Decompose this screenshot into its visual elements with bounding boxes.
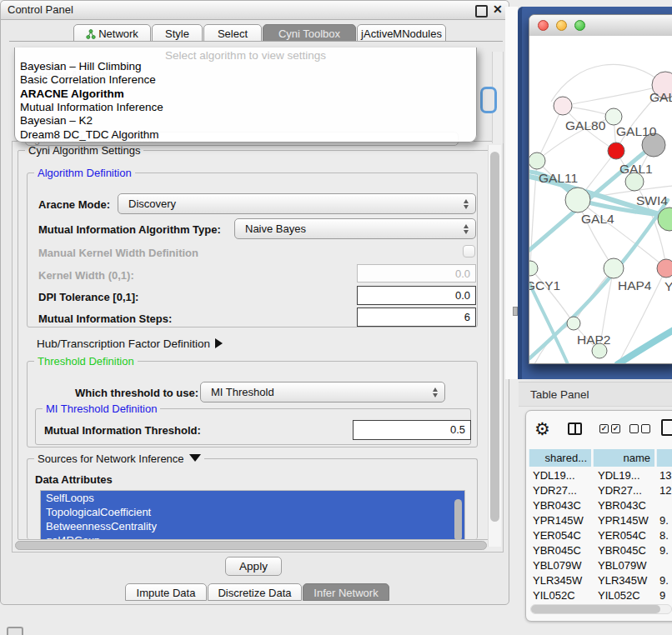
mac-minimize-icon[interactable] (556, 20, 567, 31)
float-window-icon[interactable] (475, 5, 488, 18)
tab-network[interactable]: Network (73, 24, 151, 42)
table-cell[interactable]: YBR043C (598, 498, 646, 513)
cyni-settings-panel: Cyni Algorithm Settings Algorithm Defini… (12, 141, 504, 552)
table-cell[interactable]: 9. (659, 512, 669, 528)
node-hap4[interactable] (604, 258, 624, 278)
network-window-titlebar[interactable] (529, 15, 672, 37)
hub-section-toggle[interactable]: Hub/Transcription Factor Definition (37, 338, 223, 350)
table-cell[interactable]: 9. (659, 542, 669, 558)
node-gcy1[interactable] (529, 261, 538, 276)
manual-kernel-checkbox[interactable] (463, 245, 475, 258)
settings-hscroll-track[interactable] (15, 541, 487, 550)
dropdown-item[interactable]: Dream8 DC_TDC Algorithm (15, 128, 476, 142)
table-cell[interactable]: YLR345W (598, 572, 647, 588)
table-cell[interactable]: YDR27... (598, 482, 642, 498)
sources-group-title[interactable]: Sources for Network Inference (34, 452, 204, 465)
apply-button[interactable]: Apply (225, 557, 282, 576)
node-gal11[interactable] (529, 152, 545, 169)
select-all-columns-icon[interactable]: ✓✓ (599, 424, 623, 439)
list-item[interactable]: gal4RGexp (41, 533, 464, 539)
list-item[interactable]: BetweennessCentrality (41, 519, 464, 533)
algorithm-definition-title: Algorithm Definition (34, 167, 135, 179)
table-cell[interactable]: YDL19... (533, 468, 575, 483)
data-attributes-list[interactable]: SelfLoops TopologicalCoefficient Between… (40, 490, 465, 539)
column-header[interactable]: A (656, 449, 672, 467)
table-cell[interactable]: YER054C (598, 528, 646, 543)
close-icon[interactable]: ✕ (493, 2, 503, 16)
control-panel-titlebar[interactable] (1, 1, 509, 20)
network-window[interactable]: GAL80 GAL10 GAL1 GAL11 GAL4 SWI4 GCY1 HA… (529, 14, 672, 364)
mac-close-icon[interactable] (538, 20, 549, 31)
column-header[interactable]: shared... (529, 449, 591, 467)
table-cell[interactable]: YBL079W (598, 558, 647, 573)
table-cell[interactable]: YDL19... (598, 468, 640, 483)
table-cell[interactable]: 8. (659, 528, 669, 543)
tab-impute-data[interactable]: Impute Data (125, 583, 207, 601)
table-cell[interactable]: YBR045C (533, 542, 581, 558)
tab-cyni-toolbox[interactable]: Cyni Toolbox (263, 24, 356, 42)
gear-icon[interactable]: ⚙ (534, 419, 550, 439)
show-columns-icon[interactable] (568, 422, 582, 435)
node[interactable] (605, 108, 622, 125)
settings-vscroll-track[interactable] (488, 145, 501, 547)
tab-select[interactable]: Select (203, 24, 262, 42)
table-cell[interactable]: 9. (659, 572, 669, 588)
settings-hscroll-thumb[interactable] (15, 541, 487, 550)
table-cell[interactable]: YIL052C (598, 588, 640, 599)
table-cell[interactable]: YER054C (533, 528, 581, 543)
statusbar-icon[interactable] (7, 627, 23, 635)
expanded-arrow-icon (189, 454, 201, 462)
mi-type-select[interactable]: Naive Bayes (234, 218, 476, 239)
dropdown-item[interactable]: Mutual Information Inference (15, 101, 476, 114)
mac-zoom-icon[interactable] (574, 20, 585, 31)
settings-vscroll-thumb[interactable] (490, 152, 499, 522)
new-table-icon[interactable] (661, 419, 672, 436)
table-cell[interactable]: YBR045C (598, 542, 646, 558)
cyni-algorithm-settings-group: Cyni Algorithm Settings Algorithm Defini… (18, 150, 489, 540)
aracne-mode-select[interactable]: Discovery (118, 193, 476, 214)
spinner-icon (464, 224, 469, 234)
list-item[interactable]: TopologicalCoefficient (41, 505, 464, 519)
focused-combo-fragment[interactable] (480, 87, 497, 113)
table-cell[interactable]: YPR145W (598, 512, 649, 528)
dropdown-item[interactable]: Bayesian – K2 (15, 114, 476, 128)
table-hscroll-thumb[interactable] (531, 605, 660, 613)
list-item[interactable]: SelfLoops (41, 491, 464, 505)
node[interactable] (554, 97, 572, 115)
tab-jactivemnodules[interactable]: jActiveMNodules (357, 24, 446, 42)
table-cell[interactable]: 12 (659, 482, 671, 498)
column-header[interactable]: name (593, 449, 654, 467)
table-cell[interactable]: 13 (659, 468, 671, 483)
table-cell[interactable]: YBR043C (533, 498, 581, 513)
table-cell[interactable]: YDR27... (533, 482, 577, 498)
table-cell[interactable]: YIL052C (533, 588, 575, 599)
which-threshold-select[interactable]: MI Threshold (200, 382, 445, 402)
table-cell[interactable]: YBL079W (533, 558, 582, 573)
mi-threshold-group: MI Threshold Definition Mutual Informati… (35, 408, 471, 445)
mi-threshold-field[interactable]: 0.5 (353, 420, 471, 440)
tab-style[interactable]: Style (152, 24, 203, 42)
node-hap2[interactable] (567, 317, 580, 330)
table-cell[interactable]: 9 (659, 588, 665, 599)
tab-infer-network[interactable]: Infer Network (303, 583, 389, 601)
tab-discretize-data[interactable]: Discretize Data (208, 583, 302, 601)
network-canvas[interactable]: GAL80 GAL10 GAL1 GAL11 GAL4 SWI4 GCY1 HA… (529, 36, 672, 363)
table-cell[interactable]: YLR345W (533, 572, 582, 588)
table-hscroll-track[interactable] (530, 604, 672, 614)
mi-steps-field[interactable]: 6 (357, 308, 476, 327)
dropdown-item[interactable]: Bayesian – Hill Climbing (15, 60, 476, 73)
unselect-all-columns-icon[interactable] (629, 424, 653, 439)
dropdown-item-selected[interactable]: ARACNE Algorithm (15, 88, 476, 101)
node[interactable] (657, 259, 672, 278)
node-gal4[interactable] (565, 188, 590, 212)
dpi-tolerance-field[interactable]: 0.0 (357, 286, 476, 305)
aracne-mode-value: Discovery (128, 198, 176, 210)
node-selected-red[interactable] (608, 142, 624, 159)
kernel-width-field[interactable]: 0.0 (357, 264, 476, 282)
dpi-tolerance-label: DPI Tolerance [0,1]: (38, 291, 138, 303)
node-label: GCY1 (529, 278, 560, 292)
list-scrollbar[interactable] (454, 499, 462, 539)
table-panel-bar: Table Panel (519, 382, 672, 407)
dropdown-item[interactable]: Basic Correlation Inference (15, 73, 476, 87)
table-cell[interactable]: YPR145W (533, 512, 584, 528)
